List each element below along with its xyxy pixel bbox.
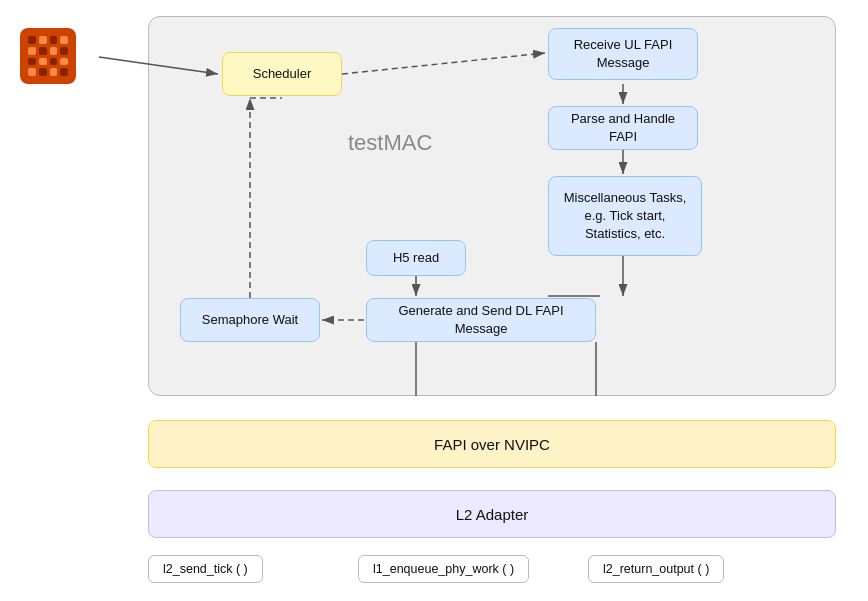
func-l1-enqueue: l1_enqueue_phy_work ( ) <box>358 555 529 583</box>
func-l2-send-tick: l2_send_tick ( ) <box>148 555 263 583</box>
h5-read-box: H5 read <box>366 240 466 276</box>
scheduler-box: Scheduler <box>222 52 342 96</box>
testmac-label: testMAC <box>348 130 432 156</box>
semaphore-wait-box: Semaphore Wait <box>180 298 320 342</box>
main-canvas: testMAC Scheduler Receive UL FAPI Messag… <box>0 0 868 601</box>
parse-box: Parse and Handle FAPI <box>548 106 698 150</box>
generate-send-box: Generate and Send DL FAPI Message <box>366 298 596 342</box>
semaphore-logo <box>20 28 76 84</box>
fapi-nvipc-box: FAPI over NVIPC <box>148 420 836 468</box>
l2-adapter-box: L2 Adapter <box>148 490 836 538</box>
misc-box: Miscellaneous Tasks, e.g. Tick start, St… <box>548 176 702 256</box>
receive-ul-box: Receive UL FAPI Message <box>548 28 698 80</box>
func-l2-return-output: l2_return_output ( ) <box>588 555 724 583</box>
